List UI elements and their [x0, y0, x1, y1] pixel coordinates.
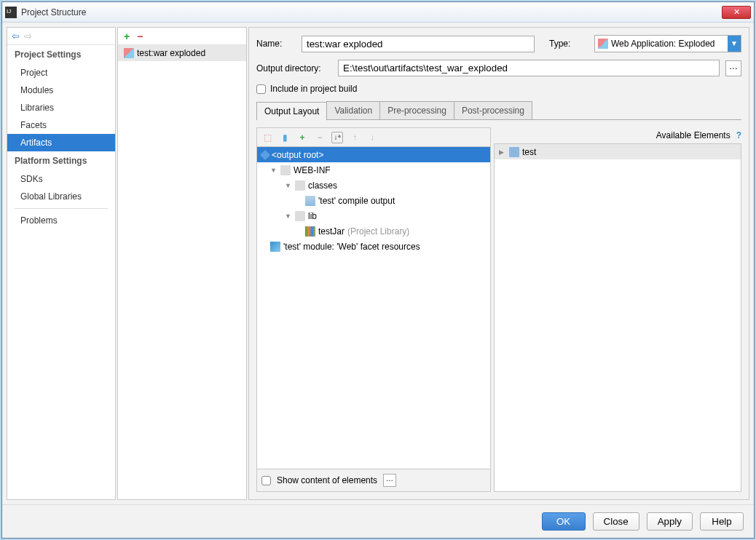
- testjar-label: testJar: [318, 226, 344, 237]
- move-down-icon[interactable]: ↓: [366, 132, 378, 143]
- add-element-icon[interactable]: +: [296, 132, 308, 143]
- layout-area: ⬚ ▮ + − ↓ᵃ ↑ ↓ <output root>: [256, 127, 741, 492]
- type-icon: [598, 39, 608, 49]
- available-item-label: test: [522, 147, 536, 157]
- root-label: <output root>: [272, 150, 323, 160]
- ok-button[interactable]: OK: [542, 512, 586, 531]
- apply-button[interactable]: Apply: [647, 512, 693, 531]
- compile-output-icon: [305, 196, 315, 206]
- artifact-list-pane: + − test:war exploded: [117, 27, 247, 500]
- type-label: Type:: [549, 39, 588, 49]
- available-item-test[interactable]: ▶ test: [495, 144, 741, 159]
- lib-label: lib: [308, 211, 317, 221]
- chevron-down-icon: ▼: [285, 182, 292, 189]
- output-tree: <output root> ▼ WEB-INF ▼ classes: [257, 147, 490, 469]
- back-icon[interactable]: ⇦: [12, 31, 20, 41]
- archive-icon[interactable]: ▮: [279, 132, 291, 143]
- tab-validation[interactable]: Validation: [326, 101, 380, 119]
- artifact-list: test:war exploded: [118, 45, 246, 499]
- sidebar-divider: [15, 208, 108, 209]
- folder-icon: [295, 211, 305, 221]
- tab-preprocessing[interactable]: Pre-processing: [379, 101, 454, 119]
- tree-testjar[interactable]: testJar (Project Library): [257, 223, 490, 239]
- webinf-label: WEB-INF: [294, 165, 331, 175]
- chevron-down-icon: ▼: [270, 167, 277, 174]
- root-icon: [260, 149, 270, 159]
- name-row: Name: Type: Web Application: Exploded ▼: [256, 35, 741, 52]
- chevron-down-icon: ▼: [728, 36, 741, 52]
- chevron-right-icon: ▶: [499, 148, 506, 156]
- move-up-icon[interactable]: ↑: [349, 132, 361, 143]
- checkbox-box[interactable]: [261, 476, 271, 485]
- show-content-row: Show content of elements …: [257, 469, 490, 491]
- include-build-checkbox[interactable]: Include in project build: [256, 84, 741, 94]
- sidebar-section-project: Project Settings: [7, 45, 115, 64]
- artifact-tabs: Output Layout Validation Pre-processing …: [256, 101, 741, 120]
- tree-root[interactable]: <output root>: [257, 147, 490, 162]
- close-button[interactable]: Close: [593, 512, 639, 531]
- outdir-label: Output directory:: [256, 63, 332, 74]
- settings-sidebar: ⇦ ⇨ Project Settings Project Modules Lib…: [7, 27, 116, 500]
- output-tree-pane: ⬚ ▮ + − ↓ᵃ ↑ ↓ <output root>: [256, 127, 491, 492]
- artifact-item-label: test:war exploded: [137, 48, 205, 58]
- new-folder-icon[interactable]: ⬚: [261, 132, 273, 143]
- sidebar-item-modules[interactable]: Modules: [7, 82, 115, 99]
- facet-icon: [270, 242, 280, 252]
- outdir-row: Output directory: …: [256, 60, 741, 76]
- sort-icon[interactable]: ↓ᵃ: [331, 132, 343, 143]
- dialog-buttons: OK Close Apply Help: [2, 504, 754, 538]
- tree-facet[interactable]: 'test' module: 'Web' facet resources: [257, 239, 490, 254]
- tab-postprocessing[interactable]: Post-processing: [454, 101, 532, 119]
- window-title: Project Structure: [21, 7, 722, 17]
- classes-label: classes: [308, 180, 337, 191]
- tree-compile-output[interactable]: 'test' compile output: [257, 193, 490, 208]
- facet-label: 'test' module: 'Web' facet resources: [283, 242, 420, 252]
- tree-webinf[interactable]: ▼ WEB-INF: [257, 162, 490, 178]
- sidebar-item-facets[interactable]: Facets: [7, 116, 115, 134]
- help-button[interactable]: Help: [700, 512, 744, 531]
- sidebar-item-problems[interactable]: Problems: [7, 212, 115, 229]
- sidebar-item-project[interactable]: Project: [7, 64, 115, 82]
- sidebar-item-global-libraries[interactable]: Global Libraries: [7, 188, 115, 205]
- available-title: Available Elements: [494, 130, 733, 140]
- remove-artifact-icon[interactable]: −: [137, 31, 143, 42]
- available-elements-pane: Available Elements ? ▶ test: [494, 127, 741, 492]
- tree-classes[interactable]: ▼ classes: [257, 178, 490, 193]
- nav-arrows: ⇦ ⇨: [7, 28, 115, 45]
- tree-toolbar: ⬚ ▮ + − ↓ᵃ ↑ ↓: [257, 128, 490, 147]
- module-icon: [509, 147, 519, 157]
- help-icon[interactable]: ?: [736, 130, 741, 140]
- show-content-label: Show content of elements: [277, 475, 377, 485]
- dialog-body: ⇦ ⇨ Project Settings Project Modules Lib…: [2, 23, 754, 504]
- folder-icon: [295, 180, 305, 191]
- checkbox-box: [256, 84, 266, 94]
- app-icon: [5, 7, 17, 18]
- sidebar-item-artifacts[interactable]: Artifacts: [7, 134, 115, 151]
- name-input[interactable]: [302, 36, 535, 52]
- compile-output-label: 'test' compile output: [318, 196, 395, 206]
- sidebar-section-platform: Platform Settings: [7, 151, 115, 170]
- outdir-input[interactable]: [338, 60, 720, 76]
- available-list: ▶ test: [494, 143, 741, 492]
- sidebar-item-libraries[interactable]: Libraries: [7, 99, 115, 116]
- folder-icon: [280, 165, 291, 175]
- tab-output-layout[interactable]: Output Layout: [256, 102, 327, 120]
- include-build-label: Include in project build: [270, 84, 357, 94]
- browse-button[interactable]: …: [725, 60, 741, 76]
- type-value: Web Application: Exploded: [611, 39, 728, 49]
- tree-lib[interactable]: ▼ lib: [257, 208, 490, 223]
- artifact-list-item[interactable]: test:war exploded: [118, 45, 246, 61]
- add-artifact-icon[interactable]: +: [124, 31, 130, 42]
- expand-button[interactable]: …: [383, 474, 396, 487]
- remove-element-icon[interactable]: −: [314, 132, 326, 143]
- type-combo[interactable]: Web Application: Exploded ▼: [594, 35, 741, 52]
- forward-icon[interactable]: ⇨: [24, 31, 32, 41]
- artifact-toolbar: + −: [118, 28, 246, 45]
- artifact-detail-pane: Name: Type: Web Application: Exploded ▼ …: [248, 27, 749, 500]
- name-label: Name:: [256, 39, 296, 49]
- sidebar-item-sdks[interactable]: SDKs: [7, 170, 115, 188]
- testjar-suffix: (Project Library): [347, 226, 409, 237]
- close-icon[interactable]: ✕: [722, 6, 751, 19]
- project-structure-dialog: Project Structure ✕ ⇦ ⇨ Project Settings…: [1, 1, 755, 539]
- chevron-down-icon: ▼: [285, 213, 292, 220]
